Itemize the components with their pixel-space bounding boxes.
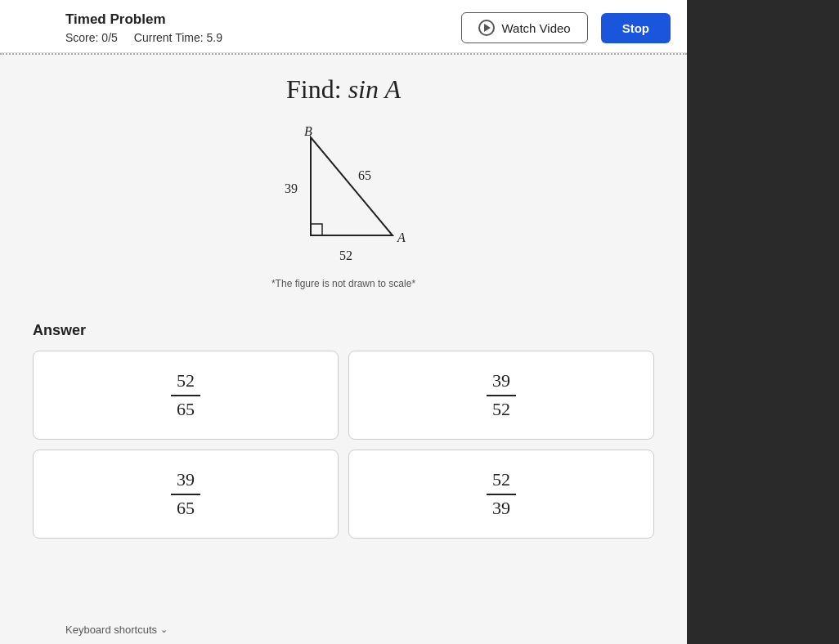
answer-option-4[interactable]: 52 39 xyxy=(348,449,654,539)
denominator-4: 39 xyxy=(492,497,510,521)
problem-title: Find: sin A xyxy=(286,74,401,105)
expression-label: sin A xyxy=(348,74,401,104)
current-time-label: Current Time: 5.9 xyxy=(134,31,222,44)
fraction-bar-3 xyxy=(171,494,200,495)
fraction-bar-4 xyxy=(487,494,516,495)
right-panel xyxy=(687,0,839,644)
answer-grid: 52 65 39 52 39 65 xyxy=(33,351,654,539)
svg-rect-1 xyxy=(311,224,322,235)
numerator-4: 52 xyxy=(492,468,510,492)
watch-video-label: Watch Video xyxy=(501,21,570,35)
score-line: Score: 0/5 Current Time: 5.9 xyxy=(65,31,222,44)
chevron-down-icon: ⌄ xyxy=(160,624,168,635)
find-label: Find: xyxy=(286,74,342,104)
numerator-1: 52 xyxy=(177,369,195,393)
fraction-4: 52 39 xyxy=(487,468,516,520)
triangle-diagram: B A 39 65 52 xyxy=(262,121,425,271)
svg-text:39: 39 xyxy=(285,181,298,195)
fraction-2: 39 52 xyxy=(487,369,516,421)
svg-text:65: 65 xyxy=(358,168,371,182)
score-label: Score: 0/5 xyxy=(65,31,118,44)
svg-text:52: 52 xyxy=(339,248,352,262)
fraction-3: 39 65 xyxy=(171,468,200,520)
header-right: Watch Video Stop xyxy=(461,12,671,43)
header-left: Timed Problem Score: 0/5 Current Time: 5… xyxy=(65,11,222,44)
svg-text:B: B xyxy=(304,124,312,138)
play-triangle-icon xyxy=(484,24,491,32)
triangle-svg: B A 39 65 52 xyxy=(262,121,425,268)
not-to-scale-label: *The figure is not drawn to scale* xyxy=(271,278,415,289)
stop-button[interactable]: Stop xyxy=(601,13,671,43)
answer-section-label: Answer xyxy=(33,322,654,339)
numerator-2: 39 xyxy=(492,369,510,393)
denominator-1: 65 xyxy=(177,398,195,422)
svg-text:A: A xyxy=(397,230,406,244)
denominator-3: 65 xyxy=(177,497,195,521)
timed-problem-label: Timed Problem xyxy=(65,11,222,28)
answer-option-1[interactable]: 52 65 xyxy=(33,351,339,440)
main-panel: Timed Problem Score: 0/5 Current Time: 5… xyxy=(0,0,687,644)
header: Timed Problem Score: 0/5 Current Time: 5… xyxy=(0,0,687,53)
fraction-bar-2 xyxy=(487,395,516,396)
watch-video-button[interactable]: Watch Video xyxy=(461,12,587,43)
answer-option-3[interactable]: 39 65 xyxy=(33,449,339,539)
svg-marker-0 xyxy=(311,137,393,235)
answer-section: Answer 52 65 39 52 39 xyxy=(0,314,687,555)
answer-option-2[interactable]: 39 52 xyxy=(348,351,654,440)
problem-area: Find: sin A B A 39 65 52 xyxy=(0,55,687,314)
keyboard-shortcuts[interactable]: Keyboard shortcuts ⌄ xyxy=(65,624,168,636)
numerator-3: 39 xyxy=(177,468,195,492)
denominator-2: 52 xyxy=(492,398,510,422)
keyboard-shortcuts-label: Keyboard shortcuts xyxy=(65,624,157,636)
fraction-bar-1 xyxy=(171,395,200,396)
fraction-1: 52 65 xyxy=(171,369,200,421)
play-icon xyxy=(478,20,495,36)
